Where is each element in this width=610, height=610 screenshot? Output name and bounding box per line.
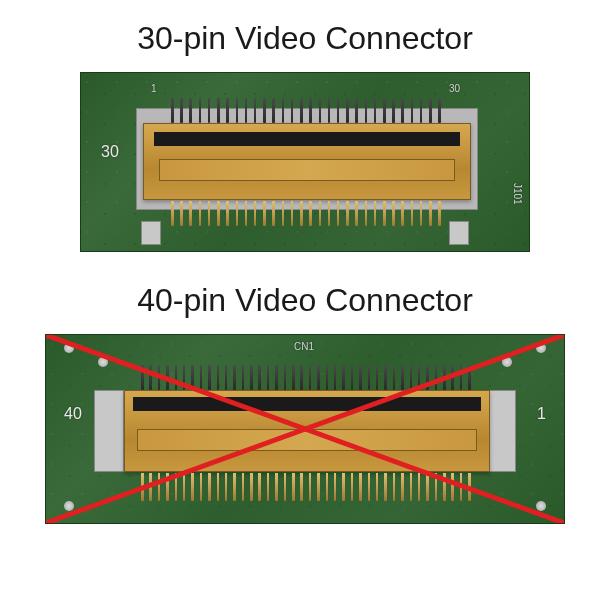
silk-30-j101: J101 [512, 183, 523, 205]
pcb-40pin: 40 1 CN1 [45, 334, 565, 524]
connector-body-30 [143, 123, 471, 200]
tab-left-30 [141, 221, 161, 245]
pad-tl2 [64, 343, 74, 353]
silk-40-right: 1 [537, 405, 546, 423]
pad-tl [98, 357, 108, 367]
silk-30-left: 30 [101, 143, 119, 161]
pad-tr [502, 357, 512, 367]
pad-bl [64, 501, 74, 511]
tab-right-30 [449, 221, 469, 245]
silk-40-left: 40 [64, 405, 82, 423]
silk-40-cn1: CN1 [294, 341, 314, 352]
silk-30-topleft: 1 [151, 83, 157, 94]
silk-30-topright: 30 [449, 83, 460, 94]
top-pins-30 [171, 98, 441, 123]
mount-right-40 [486, 390, 516, 472]
pad-tr2 [536, 343, 546, 353]
title-40pin: 40-pin Video Connector [137, 282, 473, 319]
mount-left-40 [94, 390, 124, 472]
connector-body-40 [124, 390, 490, 472]
pad-br [536, 501, 546, 511]
connector-40-section: 40-pin Video Connector 40 1 CN1 [45, 282, 565, 524]
title-30pin: 30-pin Video Connector [137, 20, 473, 57]
pcb-30pin: 30 1 30 J101 [80, 72, 530, 252]
bottom-pins-30 [171, 201, 441, 226]
connector-30-section: 30-pin Video Connector 30 1 30 J101 [80, 20, 530, 252]
top-pins-40 [141, 365, 471, 390]
bottom-pins-40 [141, 473, 471, 501]
